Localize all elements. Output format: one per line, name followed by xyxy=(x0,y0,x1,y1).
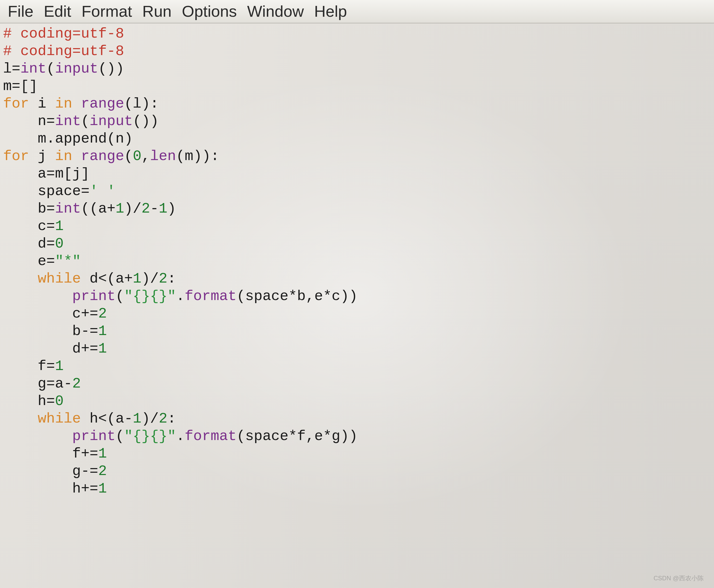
keyword-token: in xyxy=(55,96,72,112)
code-token: (m)): xyxy=(176,148,219,164)
keyword-token: for xyxy=(3,148,29,164)
number-token: 0 xyxy=(55,235,64,252)
code-line: # coding=utf-8 xyxy=(3,25,714,42)
code-token: . xyxy=(176,428,185,444)
builtin-token: print xyxy=(72,428,115,444)
number-token: 1 xyxy=(98,480,107,497)
code-line: for i in range(l): xyxy=(3,95,714,112)
builtin-token: input xyxy=(89,113,133,129)
code-line: e="*" xyxy=(3,252,714,270)
menu-run[interactable]: Run xyxy=(142,2,172,20)
code-line: while d<(a+1)/2: xyxy=(3,270,714,288)
number-token: 1 xyxy=(55,358,64,374)
code-line: b=int((a+1)/2-1) xyxy=(3,200,714,217)
code-token: ((a+ xyxy=(81,201,115,217)
code-line: d+=1 xyxy=(3,340,714,357)
code-token: j xyxy=(29,148,55,164)
builtin-token: range xyxy=(81,148,124,164)
menu-file[interactable]: File xyxy=(8,2,34,20)
code-token: b= xyxy=(3,201,55,217)
string-token: "{}{}" xyxy=(124,428,176,444)
code-token: space= xyxy=(3,183,89,200)
menubar-inner: File Edit Format Run Options Window Help xyxy=(0,0,714,23)
code-token: c+= xyxy=(3,306,98,322)
code-line: # coding=utf-8 xyxy=(3,42,714,60)
menu-window[interactable]: Window xyxy=(247,2,304,20)
code-line: d=0 xyxy=(3,235,714,252)
code-token: d= xyxy=(3,235,55,252)
string-token: "{}{}" xyxy=(124,288,176,304)
number-token: 0 xyxy=(133,148,142,164)
menu-options[interactable]: Options xyxy=(182,2,237,20)
code-line: m.append(n) xyxy=(3,130,714,147)
menu-format[interactable]: Format xyxy=(82,2,132,20)
code-token: , xyxy=(142,148,150,164)
code-token xyxy=(3,411,38,427)
builtin-token: range xyxy=(81,96,124,112)
menu-help[interactable]: Help xyxy=(314,2,347,20)
keyword-token: in xyxy=(55,148,72,164)
code-token: : xyxy=(168,411,176,427)
code-line: g=a-2 xyxy=(3,375,714,393)
code-token: (l): xyxy=(124,96,159,112)
code-token: g-= xyxy=(3,463,98,479)
code-token: d<(a+ xyxy=(81,270,133,287)
code-token: d+= xyxy=(3,340,98,357)
watermark-text: CSDN @西农小陈 xyxy=(653,574,704,582)
code-token: f= xyxy=(3,358,55,374)
number-token: 1 xyxy=(159,201,168,217)
number-token: 2 xyxy=(159,270,168,287)
code-token: f+= xyxy=(3,445,98,462)
code-token xyxy=(3,270,38,287)
number-token: 1 xyxy=(55,218,64,234)
number-token: 2 xyxy=(159,411,168,427)
code-token: - xyxy=(150,201,159,217)
code-line: l=int(input()) xyxy=(3,60,714,78)
number-token: 0 xyxy=(55,393,64,410)
code-line: print("{}{}".format(space*f,e*g)) xyxy=(3,427,714,445)
code-token: h<(a- xyxy=(81,411,133,427)
code-token: . xyxy=(176,288,185,304)
code-line: b-=1 xyxy=(3,322,714,340)
keyword-token: while xyxy=(38,411,81,427)
code-token: ( xyxy=(81,113,89,129)
code-line: while h<(a-1)/2: xyxy=(3,410,714,427)
number-token: 1 xyxy=(98,323,107,339)
code-line: m=[] xyxy=(3,78,714,95)
code-token: ( xyxy=(115,428,124,444)
number-token: 2 xyxy=(142,201,150,217)
code-token: h+= xyxy=(3,480,98,497)
code-line: f=1 xyxy=(3,357,714,375)
builtin-token: print xyxy=(72,288,115,304)
code-line: f+=1 xyxy=(3,445,714,462)
keyword-token: for xyxy=(3,96,29,112)
number-token: 2 xyxy=(98,463,107,479)
keyword-token: while xyxy=(38,270,81,287)
code-token: ()) xyxy=(133,113,159,129)
comment-token: # coding=utf-8 xyxy=(3,25,124,42)
builtin-token: int xyxy=(20,61,46,77)
builtin-token: format xyxy=(185,288,237,304)
code-line: c+=2 xyxy=(3,305,714,322)
string-token: "*" xyxy=(55,253,81,269)
code-token: h= xyxy=(3,393,55,410)
menubar: File Edit Format Run Options Window Help xyxy=(0,0,714,23)
menu-edit[interactable]: Edit xyxy=(44,2,71,20)
code-line: space=' ' xyxy=(3,183,714,200)
code-token: l= xyxy=(3,61,20,77)
code-line: c=1 xyxy=(3,217,714,235)
number-token: 2 xyxy=(72,375,81,392)
code-token xyxy=(72,96,81,112)
builtin-token: int xyxy=(55,201,81,217)
code-token: i xyxy=(29,96,55,112)
code-line: g-=2 xyxy=(3,462,714,480)
code-token: )/ xyxy=(142,411,159,427)
builtin-token: format xyxy=(185,428,237,444)
code-token: e= xyxy=(3,253,55,269)
builtin-token: len xyxy=(150,148,176,164)
code-token: ) xyxy=(168,201,176,217)
code-token: (space*f,e*g)) xyxy=(236,428,357,444)
code-editor[interactable]: # coding=utf-8 # coding=utf-8 l=int(inpu… xyxy=(0,23,714,588)
code-token: ( xyxy=(124,148,133,164)
code-line: h+=1 xyxy=(3,480,714,498)
